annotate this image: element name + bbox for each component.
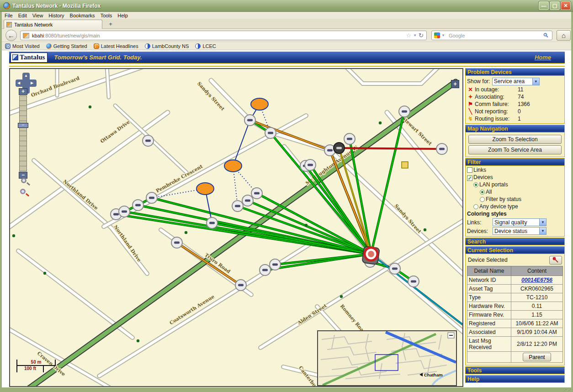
- panel-header-tools[interactable]: Tools: [465, 366, 565, 374]
- network-node[interactable]: [143, 135, 154, 146]
- zoom-slider-handle[interactable]: −: [18, 123, 28, 128]
- links-coloring-select[interactable]: Signal quality ▼: [493, 218, 546, 226]
- window-border-left: [0, 12, 2, 392]
- tab-tantalus-network[interactable]: Tantalus Network: [4, 20, 102, 29]
- search-engine-dropdown-icon[interactable]: ▼: [441, 33, 445, 37]
- devices-checkbox[interactable]: ✓: [467, 175, 472, 181]
- show-for-select[interactable]: Service area ▼: [492, 78, 540, 85]
- reload-icon[interactable]: ↻: [419, 32, 424, 39]
- panel-header-search[interactable]: Search: [465, 238, 565, 245]
- network-node[interactable]: [251, 188, 262, 199]
- collector-node[interactable]: [196, 183, 214, 195]
- device-selected-label: Device Selected: [468, 257, 508, 263]
- menu-bookmarks[interactable]: Bookmarks: [67, 12, 98, 19]
- links-checkbox[interactable]: [467, 167, 472, 173]
- network-node[interactable]: [232, 201, 243, 212]
- bookmark-getting-started[interactable]: Getting Started: [43, 42, 90, 50]
- any-device-type-radio[interactable]: [473, 204, 478, 209]
- chevron-down-icon[interactable]: ▼: [539, 228, 546, 234]
- bookmark-star-icon[interactable]: ☆: [406, 32, 412, 39]
- menu-history[interactable]: History: [46, 12, 67, 19]
- network-node[interactable]: [171, 237, 182, 248]
- network-node[interactable]: [242, 195, 253, 206]
- panel-header-map-navigation[interactable]: Map Navigation: [465, 125, 565, 132]
- pan-up-icon[interactable]: ▲: [24, 74, 28, 78]
- network-node[interactable]: [133, 200, 143, 211]
- filter-by-status-radio[interactable]: [480, 197, 485, 202]
- panel-header-filter[interactable]: Filter: [465, 158, 565, 166]
- url-bar[interactable]: kbahi :8080/tunet/new/gis/main ☆ ▼ ↻: [20, 31, 427, 40]
- parent-button[interactable]: Parent: [523, 353, 551, 361]
- zoom-in-magnifier-icon[interactable]: [21, 178, 27, 183]
- panel-header-current-selection[interactable]: Current Selection: [465, 246, 565, 254]
- pan-right-icon[interactable]: ▶: [31, 81, 33, 85]
- window-title: Tantalus Network - Mozilla Firefox: [12, 3, 101, 9]
- url-dropdown-icon[interactable]: ▼: [413, 33, 417, 37]
- lan-portals-radio[interactable]: [473, 182, 478, 187]
- network-node[interactable]: [436, 143, 447, 154]
- close-button[interactable]: ✕: [561, 1, 571, 10]
- zoom-slider[interactable]: [19, 95, 27, 171]
- locate-device-button[interactable]: [549, 256, 562, 265]
- menu-view[interactable]: View: [30, 12, 46, 19]
- google-icon: [434, 32, 440, 38]
- minimize-button[interactable]: —: [539, 1, 549, 10]
- network-node[interactable]: [344, 133, 355, 144]
- divider: [9, 66, 565, 67]
- home-button[interactable]: ⌂: [557, 30, 571, 41]
- chevron-down-icon[interactable]: ▼: [539, 219, 546, 226]
- devices-coloring-select[interactable]: Device status ▼: [493, 227, 546, 235]
- collector-node[interactable]: [251, 98, 268, 110]
- network-node[interactable]: [399, 106, 410, 117]
- network-node[interactable]: [305, 159, 316, 170]
- menu-edit[interactable]: Edit: [16, 12, 30, 19]
- network-id-link[interactable]: 00014E6756: [521, 277, 552, 283]
- collector-node[interactable]: [224, 160, 242, 172]
- tab-label: Tantalus Network: [14, 22, 53, 27]
- network-node[interactable]: [146, 192, 157, 203]
- table-row: Registered10/6/06 11:22 AM: [467, 319, 563, 328]
- all-radio[interactable]: [480, 190, 485, 195]
- network-node[interactable]: [270, 259, 281, 270]
- expand-map-button[interactable]: +: [451, 80, 459, 88]
- search-input[interactable]: ▼ Google 🔍︎: [431, 31, 552, 40]
- menu-file[interactable]: File: [2, 12, 16, 19]
- zoom-out-magnifier-icon[interactable]: [20, 189, 26, 194]
- rss-icon: [94, 43, 99, 49]
- bookmark-latest-headlines[interactable]: Latest Headlines: [90, 42, 142, 50]
- panel-header-problem-devices[interactable]: Problem Devices: [465, 68, 565, 76]
- overview-minimap[interactable]: Chatham: [317, 330, 457, 386]
- search-magnifier-icon[interactable]: 🔍︎: [543, 32, 552, 39]
- gis-map[interactable]: Orchard BoulevardOttawa DriveSandys Stre…: [9, 68, 463, 387]
- network-node[interactable]: [260, 265, 271, 275]
- menu-bar: FileEditViewHistoryBookmarksToolsHelp: [2, 12, 571, 19]
- menu-help[interactable]: Help: [115, 12, 131, 19]
- home-link[interactable]: Home: [535, 54, 551, 61]
- network-node[interactable]: [235, 280, 246, 291]
- new-tab-button[interactable]: +: [105, 20, 116, 28]
- table-row: TypeTC-1210: [467, 293, 563, 302]
- bookmark-lcec[interactable]: LCEC: [192, 42, 219, 50]
- bookmark-lambcounty-ns[interactable]: LambCounty NS: [142, 42, 192, 50]
- chevron-down-icon[interactable]: ▼: [532, 78, 539, 85]
- problem-count: 11: [518, 86, 523, 93]
- network-node[interactable]: [334, 143, 345, 154]
- zoom-to-selection-button[interactable]: Zoom To Selection: [468, 135, 562, 144]
- network-node[interactable]: [119, 206, 130, 217]
- network-node[interactable]: [408, 276, 419, 287]
- minimap-collapse-button[interactable]: [448, 333, 454, 338]
- panel-header-help[interactable]: Help: [465, 375, 565, 383]
- network-node[interactable]: [244, 115, 255, 126]
- zoom-in-button[interactable]: +: [19, 88, 27, 95]
- network-node[interactable]: [207, 217, 218, 228]
- network-node[interactable]: [389, 263, 400, 274]
- maximize-button[interactable]: ▢: [550, 1, 560, 10]
- pan-left-icon[interactable]: ◀: [17, 81, 20, 85]
- resize-grip[interactable]: ⋰⋰: [562, 388, 572, 392]
- network-node[interactable]: [265, 127, 276, 138]
- zoom-to-service-area-button[interactable]: Zoom To Service Area: [468, 145, 562, 154]
- menu-tools[interactable]: Tools: [98, 12, 115, 19]
- back-button[interactable]: ←: [5, 30, 17, 41]
- selected-device-node[interactable]: [362, 246, 380, 265]
- bookmark-most-visited[interactable]: Most Visited: [2, 42, 43, 50]
